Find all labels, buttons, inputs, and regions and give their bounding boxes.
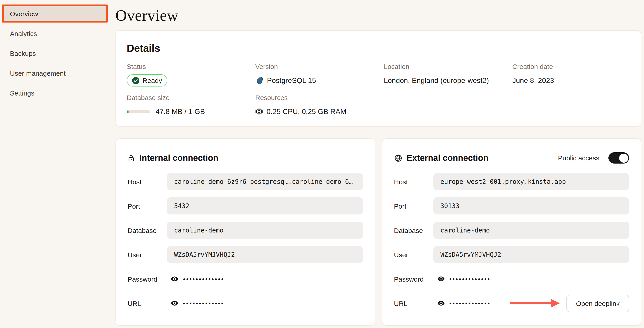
- url-label: URL: [128, 299, 167, 307]
- external-user-field[interactable]: WZsDA5rvYMJVHQJ2: [433, 246, 629, 263]
- database-size-progress: [127, 110, 150, 113]
- masked-password-value: •••••••••••••: [183, 276, 224, 282]
- creation-date-value: June 8, 2023: [512, 76, 554, 84]
- sidebar-item-label: User management: [10, 69, 66, 77]
- location-label: Location: [384, 63, 512, 70]
- sidebar-item-user-management[interactable]: User management: [0, 64, 115, 82]
- toggle-knob: [619, 153, 628, 162]
- masked-url-value: •••••••••••••: [183, 300, 224, 307]
- external-password-row: Password •••••••••••••: [394, 270, 629, 288]
- password-label: Password: [394, 275, 433, 283]
- status-label: Status: [127, 63, 255, 70]
- open-deeplink-button[interactable]: Open deeplink: [567, 295, 629, 312]
- details-card: Details Status Ready Version: [116, 30, 641, 127]
- internal-port-field[interactable]: 5432: [167, 197, 363, 214]
- external-host-field[interactable]: europe-west2-001.proxy.kinsta.app: [433, 173, 629, 190]
- internal-connection-card: Internal connection Host caroline-demo-6…: [116, 138, 375, 326]
- main-content: Overview Details Status Ready: [116, 0, 641, 326]
- check-circle-icon: [132, 77, 139, 84]
- database-overview-page: Overview Analytics Backups User manageme…: [0, 0, 644, 328]
- status-cell: Status Ready: [127, 63, 255, 86]
- password-label: Password: [128, 275, 167, 283]
- globe-icon: [394, 154, 402, 162]
- resources-value: 0.25 CPU, 0.25 GB RAM: [266, 107, 346, 116]
- external-port-row: Port 30133: [394, 197, 629, 214]
- details-grid-row-1: Status Ready Version: [127, 63, 630, 86]
- external-host-row: Host europe-west2-001.proxy.kinsta.app: [394, 173, 629, 190]
- port-label: Port: [128, 202, 167, 210]
- eye-icon[interactable]: [170, 299, 178, 307]
- lock-icon: [128, 154, 135, 162]
- internal-user-field[interactable]: WZsDA5rvYMJVHQJ2: [167, 246, 363, 263]
- external-database-field[interactable]: caroline-demo: [433, 222, 629, 239]
- internal-database-field[interactable]: caroline-demo: [167, 222, 363, 239]
- database-label: Database: [128, 226, 167, 234]
- eye-icon[interactable]: [437, 299, 445, 307]
- status-badge: Ready: [127, 74, 168, 86]
- postgresql-icon: [255, 76, 263, 84]
- sidebar-item-label: Settings: [10, 89, 34, 97]
- url-label: URL: [394, 299, 433, 307]
- internal-url-row: URL •••••••••••••: [128, 295, 363, 312]
- internal-host-field[interactable]: caroline-demo-6z9r6-postgresql.caroline-…: [167, 173, 363, 190]
- scale-wrapper: Overview Analytics Backups User manageme…: [0, 0, 644, 328]
- external-database-row: Database caroline-demo: [394, 222, 629, 239]
- external-connection-card: External connection Public access Host e…: [382, 138, 641, 326]
- user-label: User: [128, 251, 167, 258]
- user-label: User: [394, 251, 433, 258]
- database-size-value: 47.8 MB / 1 GB: [156, 107, 205, 116]
- annotation-arrow-icon: [510, 298, 561, 308]
- version-value: PostgreSQL 15: [267, 76, 316, 84]
- external-connection-title: External connection: [406, 153, 488, 163]
- resources-cell: Resources 0.25 CPU, 0.25 GB RAM: [255, 94, 384, 118]
- version-cell: Version PostgreSQL 15: [255, 63, 384, 86]
- creation-date-cell: Creation date June 8, 2023: [512, 63, 630, 86]
- database-size-label: Database size: [127, 94, 255, 101]
- sidebar-item-label: Analytics: [10, 29, 37, 37]
- external-url-row: URL ••••••••••••• Open deeplink: [394, 295, 629, 312]
- resources-label: Resources: [255, 94, 384, 101]
- location-cell: Location London, England (europe-west2): [384, 63, 512, 86]
- location-value: London, England (europe-west2): [384, 76, 489, 84]
- internal-database-row: Database caroline-demo: [128, 222, 363, 239]
- sidebar-item-settings[interactable]: Settings: [0, 84, 115, 102]
- internal-user-row: User WZsDA5rvYMJVHQJ2: [128, 246, 363, 263]
- eye-icon[interactable]: [170, 275, 178, 283]
- masked-password-value: •••••••••••••: [450, 276, 491, 282]
- host-label: Host: [128, 178, 167, 185]
- sidebar-item-backups[interactable]: Backups: [0, 44, 115, 62]
- internal-connection-title: Internal connection: [139, 153, 218, 163]
- sidebar-item-label: Backups: [10, 49, 36, 57]
- sidebar: Overview Analytics Backups User manageme…: [0, 0, 115, 328]
- database-label: Database: [394, 226, 433, 234]
- sidebar-item-overview[interactable]: Overview: [2, 4, 108, 22]
- internal-port-row: Port 5432: [128, 197, 363, 214]
- masked-url-value: •••••••••••••: [450, 300, 491, 307]
- external-user-row: User WZsDA5rvYMJVHQJ2: [394, 246, 629, 263]
- page-title: Overview: [116, 6, 641, 25]
- port-label: Port: [394, 202, 433, 210]
- version-label: Version: [255, 63, 384, 70]
- database-size-progress-fill: [127, 110, 128, 113]
- creation-date-label: Creation date: [512, 63, 630, 70]
- details-heading: Details: [127, 42, 630, 54]
- public-access-toggle[interactable]: [608, 152, 629, 164]
- external-port-field[interactable]: 30133: [433, 197, 629, 214]
- details-grid-row-2: Database size 47.8 MB / 1 GB Resources: [127, 94, 630, 118]
- internal-host-row: Host caroline-demo-6z9r6-postgresql.caro…: [128, 173, 363, 190]
- public-access-label: Public access: [558, 154, 599, 162]
- status-value: Ready: [142, 77, 162, 84]
- host-label: Host: [394, 178, 433, 185]
- sidebar-item-label: Overview: [10, 10, 38, 17]
- cpu-icon: [255, 108, 263, 115]
- internal-password-row: Password •••••••••••••: [128, 270, 363, 288]
- connection-cards-row: Internal connection Host caroline-demo-6…: [116, 138, 641, 326]
- database-size-cell: Database size 47.8 MB / 1 GB: [127, 94, 255, 118]
- sidebar-item-analytics[interactable]: Analytics: [0, 24, 115, 42]
- eye-icon[interactable]: [437, 275, 445, 283]
